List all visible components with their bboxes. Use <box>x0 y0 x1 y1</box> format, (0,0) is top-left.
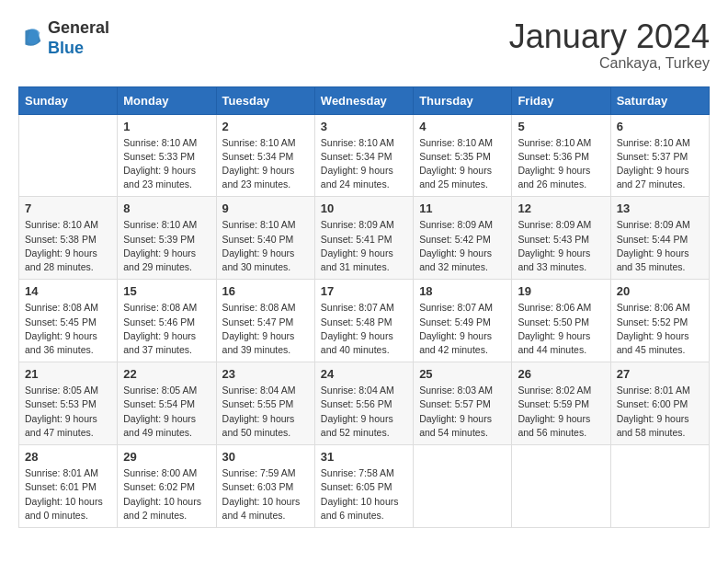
day-info: Sunrise: 8:06 AMSunset: 5:52 PMDaylight:… <box>617 301 703 357</box>
calendar-table: SundayMondayTuesdayWednesdayThursdayFrid… <box>18 86 710 528</box>
calendar-cell: 25Sunrise: 8:03 AMSunset: 5:57 PMDayligh… <box>414 362 512 445</box>
weekday-header-sunday: Sunday <box>19 86 118 114</box>
day-number: 24 <box>321 367 407 381</box>
calendar-cell: 16Sunrise: 8:08 AMSunset: 5:47 PMDayligh… <box>216 280 314 362</box>
calendar-cell: 19Sunrise: 8:06 AMSunset: 5:50 PMDayligh… <box>512 280 610 362</box>
day-info: Sunrise: 8:10 AMSunset: 5:37 PMDaylight:… <box>617 136 703 192</box>
day-info: Sunrise: 8:10 AMSunset: 5:38 PMDaylight:… <box>25 218 111 274</box>
day-info: Sunrise: 7:59 AMSunset: 6:03 PMDaylight:… <box>222 466 309 523</box>
day-info: Sunrise: 8:01 AMSunset: 6:01 PMDaylight:… <box>25 466 111 523</box>
day-number: 13 <box>617 201 703 215</box>
day-info: Sunrise: 8:09 AMSunset: 5:41 PMDaylight:… <box>321 218 407 274</box>
day-info: Sunrise: 8:08 AMSunset: 5:45 PMDaylight:… <box>25 301 111 357</box>
title-block: January 2024 Cankaya, Turkey <box>509 18 710 72</box>
day-info: Sunrise: 7:58 AMSunset: 6:05 PMDaylight:… <box>321 466 407 523</box>
location-title: Cankaya, Turkey <box>509 55 710 72</box>
calendar-cell: 13Sunrise: 8:09 AMSunset: 5:44 PMDayligh… <box>610 197 709 280</box>
day-number: 23 <box>222 367 309 381</box>
day-number: 5 <box>518 120 604 133</box>
calendar-cell: 15Sunrise: 8:08 AMSunset: 5:46 PMDayligh… <box>118 280 216 362</box>
calendar-cell: 2Sunrise: 8:10 AMSunset: 5:34 PMDaylight… <box>216 114 314 197</box>
day-info: Sunrise: 8:03 AMSunset: 5:57 PMDaylight:… <box>419 384 506 440</box>
day-number: 31 <box>321 450 407 464</box>
day-number: 22 <box>123 367 210 381</box>
calendar-cell: 7Sunrise: 8:10 AMSunset: 5:38 PMDaylight… <box>19 197 118 280</box>
calendar-cell <box>414 445 512 528</box>
day-info: Sunrise: 8:05 AMSunset: 5:53 PMDaylight:… <box>25 384 111 440</box>
day-number: 29 <box>123 450 210 464</box>
weekday-header-tuesday: Tuesday <box>216 86 314 114</box>
weekday-header-row: SundayMondayTuesdayWednesdayThursdayFrid… <box>19 86 710 114</box>
calendar-cell: 10Sunrise: 8:09 AMSunset: 5:41 PMDayligh… <box>314 197 413 280</box>
day-number: 4 <box>419 120 506 133</box>
day-number: 26 <box>518 367 604 381</box>
day-info: Sunrise: 8:10 AMSunset: 5:36 PMDaylight:… <box>518 136 604 192</box>
calendar-cell: 26Sunrise: 8:02 AMSunset: 5:59 PMDayligh… <box>512 362 610 445</box>
calendar-cell: 17Sunrise: 8:07 AMSunset: 5:48 PMDayligh… <box>314 280 413 362</box>
calendar-cell <box>512 445 610 528</box>
day-info: Sunrise: 8:08 AMSunset: 5:47 PMDaylight:… <box>222 301 309 357</box>
calendar-cell: 23Sunrise: 8:04 AMSunset: 5:55 PMDayligh… <box>216 362 314 445</box>
week-row-3: 14Sunrise: 8:08 AMSunset: 5:45 PMDayligh… <box>19 280 710 362</box>
calendar-cell: 5Sunrise: 8:10 AMSunset: 5:36 PMDaylight… <box>512 114 610 197</box>
weekday-header-thursday: Thursday <box>414 86 512 114</box>
week-row-5: 28Sunrise: 8:01 AMSunset: 6:01 PMDayligh… <box>19 445 710 528</box>
day-number: 8 <box>123 201 210 215</box>
day-info: Sunrise: 8:06 AMSunset: 5:50 PMDaylight:… <box>518 301 604 357</box>
day-info: Sunrise: 8:10 AMSunset: 5:33 PMDaylight:… <box>123 136 210 192</box>
day-number: 25 <box>419 367 506 381</box>
calendar-cell: 27Sunrise: 8:01 AMSunset: 6:00 PMDayligh… <box>610 362 709 445</box>
calendar-cell: 30Sunrise: 7:59 AMSunset: 6:03 PMDayligh… <box>216 445 314 528</box>
day-number: 6 <box>617 120 703 133</box>
calendar-cell: 11Sunrise: 8:09 AMSunset: 5:42 PMDayligh… <box>414 197 512 280</box>
week-row-4: 21Sunrise: 8:05 AMSunset: 5:53 PMDayligh… <box>19 362 710 445</box>
day-info: Sunrise: 8:01 AMSunset: 6:00 PMDaylight:… <box>617 384 703 440</box>
calendar-cell: 8Sunrise: 8:10 AMSunset: 5:39 PMDaylight… <box>118 197 216 280</box>
day-number: 3 <box>321 120 407 133</box>
calendar-cell: 29Sunrise: 8:00 AMSunset: 6:02 PMDayligh… <box>118 445 216 528</box>
day-number: 30 <box>222 450 309 464</box>
calendar-cell: 21Sunrise: 8:05 AMSunset: 5:53 PMDayligh… <box>19 362 118 445</box>
week-row-1: 1Sunrise: 8:10 AMSunset: 5:33 PMDaylight… <box>19 114 710 197</box>
weekday-header-saturday: Saturday <box>610 86 709 114</box>
day-number: 14 <box>25 284 111 298</box>
day-info: Sunrise: 8:07 AMSunset: 5:48 PMDaylight:… <box>321 301 407 357</box>
logo-text: General Blue <box>48 18 109 58</box>
day-number: 15 <box>123 284 210 298</box>
page-header: General Blue January 2024 Cankaya, Turke… <box>18 18 710 72</box>
day-number: 11 <box>419 201 506 215</box>
day-info: Sunrise: 8:09 AMSunset: 5:44 PMDaylight:… <box>617 218 703 274</box>
weekday-header-monday: Monday <box>118 86 216 114</box>
calendar-cell: 28Sunrise: 8:01 AMSunset: 6:01 PMDayligh… <box>19 445 118 528</box>
day-info: Sunrise: 8:00 AMSunset: 6:02 PMDaylight:… <box>123 466 210 523</box>
day-info: Sunrise: 8:10 AMSunset: 5:34 PMDaylight:… <box>222 136 309 192</box>
day-info: Sunrise: 8:09 AMSunset: 5:43 PMDaylight:… <box>518 218 604 274</box>
day-number: 7 <box>25 201 111 215</box>
calendar-cell <box>610 445 709 528</box>
day-info: Sunrise: 8:09 AMSunset: 5:42 PMDaylight:… <box>419 218 506 274</box>
calendar-cell: 22Sunrise: 8:05 AMSunset: 5:54 PMDayligh… <box>118 362 216 445</box>
weekday-header-wednesday: Wednesday <box>314 86 413 114</box>
day-number: 10 <box>321 201 407 215</box>
day-info: Sunrise: 8:05 AMSunset: 5:54 PMDaylight:… <box>123 384 210 440</box>
calendar-cell: 9Sunrise: 8:10 AMSunset: 5:40 PMDaylight… <box>216 197 314 280</box>
day-number: 12 <box>518 201 604 215</box>
day-number: 2 <box>222 120 309 133</box>
calendar-cell: 4Sunrise: 8:10 AMSunset: 5:35 PMDaylight… <box>414 114 512 197</box>
day-info: Sunrise: 8:04 AMSunset: 5:55 PMDaylight:… <box>222 384 309 440</box>
day-number: 1 <box>123 120 210 133</box>
weekday-header-friday: Friday <box>512 86 610 114</box>
day-info: Sunrise: 8:08 AMSunset: 5:46 PMDaylight:… <box>123 301 210 357</box>
calendar-cell: 6Sunrise: 8:10 AMSunset: 5:37 PMDaylight… <box>610 114 709 197</box>
day-info: Sunrise: 8:04 AMSunset: 5:56 PMDaylight:… <box>321 384 407 440</box>
calendar-cell: 3Sunrise: 8:10 AMSunset: 5:34 PMDaylight… <box>314 114 413 197</box>
day-number: 21 <box>25 367 111 381</box>
calendar-cell: 24Sunrise: 8:04 AMSunset: 5:56 PMDayligh… <box>314 362 413 445</box>
calendar-cell: 31Sunrise: 7:58 AMSunset: 6:05 PMDayligh… <box>314 445 413 528</box>
calendar-cell <box>19 114 118 197</box>
day-info: Sunrise: 8:10 AMSunset: 5:34 PMDaylight:… <box>321 136 407 192</box>
day-number: 17 <box>321 284 407 298</box>
calendar-cell: 12Sunrise: 8:09 AMSunset: 5:43 PMDayligh… <box>512 197 610 280</box>
month-title: January 2024 <box>509 18 710 55</box>
day-number: 20 <box>617 284 703 298</box>
